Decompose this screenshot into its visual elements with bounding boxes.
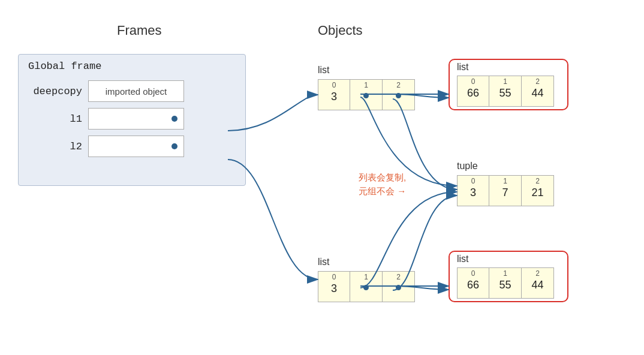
diagram-container: Frames Objects Global frame deepcopy imp… — [0, 0, 644, 355]
tuple-label: tuple — [457, 161, 478, 172]
list-top-inner-label: list — [457, 62, 469, 73]
bi-cell-0: 0 66 — [457, 267, 489, 299]
tuple-cells: 0 3 1 7 2 21 — [457, 175, 554, 206]
objects-header: Objects — [318, 23, 363, 38]
cell-2: 2 — [383, 79, 415, 110]
list-bottom-label: list — [318, 257, 330, 267]
annotation-text: 列表会复制,元组不会 → — [359, 171, 406, 198]
value-deepcopy: imported object — [88, 80, 184, 102]
pointer-l1 — [88, 108, 184, 130]
tuple-cell-0: 0 3 — [457, 175, 489, 206]
cell-1: 1 — [350, 79, 383, 110]
dot-l2 — [171, 143, 177, 149]
global-frame: Global frame deepcopy imported object l1… — [18, 54, 246, 186]
inner-cell-1: 1 55 — [489, 76, 522, 107]
list-top-cells: 0 3 1 2 — [318, 79, 415, 110]
b-cell-2: 2 — [383, 271, 415, 302]
dot-cell-2 — [396, 93, 401, 98]
inner-cell-2: 2 44 — [522, 76, 554, 107]
frame-row-l1: l1 — [28, 108, 236, 130]
dot-b-cell-2 — [396, 285, 401, 290]
frame-row-l2: l2 — [28, 136, 236, 157]
bi-cell-2: 2 44 — [522, 267, 554, 299]
list-bottom-inner-label: list — [457, 254, 469, 264]
dot-b-cell-1 — [363, 285, 369, 290]
label-deepcopy: deepcopy — [28, 86, 82, 97]
inner-cell-0: 0 66 — [457, 76, 489, 107]
dot-l1 — [171, 116, 177, 122]
frame-title: Global frame — [28, 61, 236, 72]
list-bottom-cells: 0 3 1 2 — [318, 271, 415, 302]
cell-0: 0 3 — [318, 79, 350, 110]
frame-row-deepcopy: deepcopy imported object — [28, 80, 236, 102]
b-cell-1: 1 — [350, 271, 383, 302]
frames-header: Frames — [117, 23, 162, 38]
bi-cell-1: 1 55 — [489, 267, 522, 299]
b-cell-0: 0 3 — [318, 271, 350, 302]
tuple-cell-2: 2 21 — [522, 175, 554, 206]
list-bottom-inner-cells: 0 66 1 55 2 44 — [457, 267, 554, 299]
label-l1: l1 — [28, 113, 82, 125]
list-top-label: list — [318, 65, 330, 76]
dot-cell-1 — [363, 93, 369, 98]
list-top-inner-cells: 0 66 1 55 2 44 — [457, 76, 554, 107]
label-l2: l2 — [28, 141, 82, 152]
pointer-l2 — [88, 136, 184, 157]
tuple-cell-1: 1 7 — [489, 175, 522, 206]
